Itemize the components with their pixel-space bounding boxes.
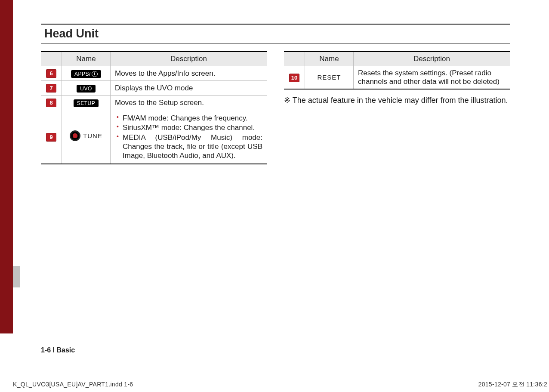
callout-number: 7 <box>46 84 56 93</box>
margin-bar-gray <box>13 266 20 287</box>
button-text: APPS/ <box>74 71 91 77</box>
callout-number: 8 <box>46 99 56 107</box>
print-footer-right: 2015-12-07 오전 11:36:2 <box>478 381 549 389</box>
left-row-3-desc: FM/AM mode: Changes the frequency.Sirius… <box>111 110 267 164</box>
tune-desc-list: FM/AM mode: Changes the frequency.Sirius… <box>115 114 262 160</box>
button-text: UVO <box>80 86 92 92</box>
left-row-1-num: 7 <box>41 81 62 96</box>
info-icon: i <box>92 71 98 77</box>
tune-text: TUNE <box>83 132 102 139</box>
print-footer-left: K_QL_UVO3[USA_EU]AV_PART1.indd 1-6 <box>13 381 133 389</box>
left-row-3-num: 9 <box>41 110 62 164</box>
left-row-2-desc: Moves to the Setup screen. <box>111 96 267 110</box>
left-row-2-num: 8 <box>41 96 62 110</box>
right-row-0-name: RESET <box>305 66 354 90</box>
right-header-num-blank <box>284 52 305 66</box>
right-table: Name Description 10RESETResets the syste… <box>284 51 510 90</box>
page-content: Head Unit Name Description 6APPS/iMoves … <box>41 24 510 164</box>
right-column: Name Description 10RESETResets the syste… <box>284 51 510 164</box>
section-title: Head Unit <box>41 25 510 43</box>
table-row: 7UVODisplays the UVO mode <box>41 81 267 96</box>
right-header-desc: Description <box>354 52 510 66</box>
left-header-name: Name <box>62 52 111 66</box>
tune-desc-item-2: MEDIA (USB/iPod/My Music) mode: Changes … <box>123 133 262 161</box>
left-row-2-name: SETUP <box>62 96 111 110</box>
section-rule-bottom <box>41 43 510 43</box>
reset-text: RESET <box>317 74 341 81</box>
print-footer: K_QL_UVO3[USA_EU]AV_PART1.indd 1-6 2015-… <box>13 381 549 389</box>
table-row: 10RESETResets the system settings. (Pres… <box>284 66 510 90</box>
apps-button-label: APPS/i <box>71 70 101 78</box>
right-row-0-num: 10 <box>284 66 305 90</box>
tune-desc-item-0: FM/AM mode: Changes the frequency. <box>123 114 262 123</box>
right-table-body: 10RESETResets the system settings. (Pres… <box>284 66 510 90</box>
left-row-3-name: TUNE <box>62 110 111 164</box>
right-header-name: Name <box>305 52 354 66</box>
left-row-1-name: UVO <box>62 81 111 96</box>
left-row-0-num: 6 <box>41 66 62 81</box>
setupbutton-label: SETUP <box>74 99 99 107</box>
tune-knob-icon <box>70 130 80 141</box>
tune-desc-item-1: SiriusXM™ mode: Changes the channel. <box>123 123 262 132</box>
two-column-layout: Name Description 6APPS/iMoves to the App… <box>41 51 510 164</box>
left-column: Name Description 6APPS/iMoves to the App… <box>41 51 267 164</box>
left-table: Name Description 6APPS/iMoves to the App… <box>41 51 267 164</box>
left-margin-bars <box>0 0 20 392</box>
right-row-0-desc: Resets the system settings. (Preset radi… <box>354 66 510 90</box>
left-header-desc: Description <box>111 52 267 66</box>
left-header-num-blank <box>41 52 62 66</box>
left-row-0-desc: Moves to the Apps/Info screen. <box>111 66 267 81</box>
table-row: 9TUNEFM/AM mode: Changes the frequency.S… <box>41 110 267 164</box>
note-text: ※ The actual feature in the vehicle may … <box>284 96 510 105</box>
left-row-1-desc: Displays the UVO mode <box>111 81 267 96</box>
tune-knob-label: TUNE <box>70 130 102 141</box>
section-rule-top <box>41 24 510 25</box>
left-table-body: 6APPS/iMoves to the Apps/Info screen.7UV… <box>41 66 267 164</box>
callout-number: 6 <box>46 69 56 78</box>
margin-bar-red <box>0 0 13 333</box>
callout-number: 10 <box>289 74 299 82</box>
callout-number: 9 <box>46 133 56 142</box>
button-text: SETUP <box>77 100 96 106</box>
left-row-0-name: APPS/i <box>62 66 111 81</box>
page-footer: 1-6 I Basic <box>41 346 75 354</box>
table-row: 6APPS/iMoves to the Apps/Info screen. <box>41 66 267 81</box>
uvobutton-label: UVO <box>77 85 96 93</box>
table-row: 8SETUPMoves to the Setup screen. <box>41 96 267 110</box>
